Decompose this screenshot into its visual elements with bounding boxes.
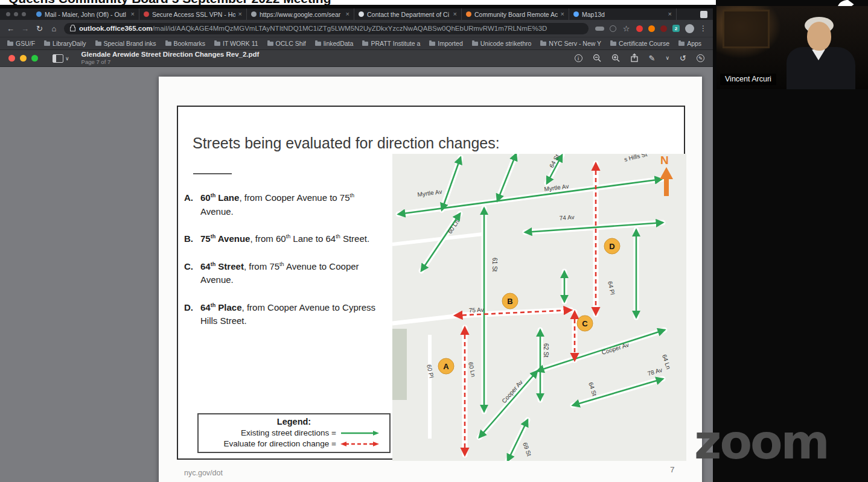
tab-close-icon[interactable]: × — [131, 11, 135, 17]
browser-tab[interactable]: Contact the Department of Ci× — [354, 8, 462, 20]
home-icon[interactable]: ⌂ — [49, 25, 59, 33]
tab-close-icon[interactable]: × — [668, 11, 672, 17]
tab-close-icon[interactable]: × — [453, 11, 457, 17]
bookmark-item[interactable]: Imported — [429, 40, 462, 47]
map-badge-letter: B — [507, 297, 512, 306]
markup-icon[interactable]: ✎ — [697, 54, 704, 62]
map-badge-letter: A — [443, 362, 449, 371]
bookmark-item[interactable]: Bookmarks — [165, 40, 206, 47]
browser-tab[interactable]: Mail - Maier, John (Ofl) - Outl× — [32, 8, 139, 20]
sidebar-toggle-button[interactable]: ∨ — [53, 54, 69, 63]
street-item-text: 60th Lane, from Cooper Avenue to 75th Av… — [200, 191, 389, 218]
browser-menu-icon[interactable]: ⋮ — [700, 24, 707, 33]
street-item: A.60th Lane, from Cooper Avenue to 75th … — [184, 191, 393, 218]
forward-icon[interactable]: → — [21, 25, 30, 33]
tab-close-icon[interactable]: × — [238, 11, 242, 17]
street-item-letter: D. — [184, 301, 200, 328]
bookmark-item[interactable]: NYC Serv - New Y — [540, 40, 601, 47]
tabs: Mail - Maier, John (Ofl) - Outl×Secure A… — [32, 8, 695, 20]
street-item-text: 64th Place, from Cooper Avenue to Cypres… — [200, 301, 389, 328]
browser-tab[interactable]: Community Board Remote Acc× — [462, 8, 569, 20]
bookmark-item[interactable]: Special Brand inks — [95, 40, 156, 47]
url-domain: outlook.office365.com — [79, 25, 152, 32]
screen: Queens Community Board 5 September 2022 … — [0, 0, 868, 482]
participant-face — [807, 22, 831, 51]
participant-name-tag: Vincent Arcuri — [720, 74, 776, 85]
browser-tab[interactable]: Map13d× — [569, 8, 677, 20]
share-export-icon[interactable] — [630, 53, 639, 63]
folder-icon — [362, 42, 368, 46]
pdf-toolbar: ∨ Glendale Arewide Street Direction Chan… — [0, 49, 713, 67]
street-item-letter: C. — [184, 260, 200, 287]
zoom-window-button[interactable] — [31, 55, 38, 62]
url-field[interactable]: outlook.office365.com/mail/id/AAQkAGE4Mm… — [64, 23, 589, 34]
bookmark-label: PRATT Institute a — [371, 40, 420, 47]
bookmark-item[interactable]: PRATT Institute a — [362, 40, 420, 47]
bookmark-item[interactable]: Apps — [678, 40, 701, 47]
street-item-text: 64th Street, from 75th Avenue to Cooper … — [200, 260, 389, 287]
folder-icon — [7, 42, 13, 46]
browser-window: Mail - Maier, John (Ofl) - Outl×Secure A… — [0, 8, 713, 482]
map-street-label: 61 St — [491, 258, 498, 272]
bookmark-item[interactable]: IT WORK 11 — [214, 40, 258, 47]
tab-favicon-icon — [251, 11, 257, 17]
street-item: B.75th Avenue, from 60th Lane to 64th St… — [184, 232, 393, 246]
browser-tab[interactable]: https://www.google.com/sear× — [247, 8, 354, 20]
tab-favicon-icon — [36, 11, 42, 17]
reload-icon[interactable]: ↻ — [35, 25, 44, 33]
extension-icon-teal[interactable]: 2 — [672, 25, 680, 32]
map-badge-letter: C — [582, 319, 588, 328]
participant-video[interactable]: Vincent Arcuri — [716, 6, 868, 89]
minimize-window-button[interactable] — [20, 55, 27, 62]
extension-icon-red[interactable] — [636, 25, 643, 32]
street-item: D.64th Place, from Cooper Avenue to Cypr… — [184, 301, 393, 328]
picture-frame — [723, 10, 770, 48]
highlight-icon[interactable]: ✎ — [649, 54, 656, 62]
street-item-letter: B. — [184, 232, 200, 246]
bookmark-item[interactable]: Unicode strikethro — [472, 40, 532, 47]
map-street-label: 75 Av — [469, 306, 484, 314]
back-icon[interactable]: ← — [6, 25, 15, 33]
lock-icon — [70, 23, 75, 34]
browser-tab[interactable]: Secure Access SSL VPN - Ho× — [139, 8, 247, 20]
street-map: Myrtle AvMyrtle Av74 Av60 Ln61 St64 Sts … — [392, 154, 686, 461]
bookmark-label: Imported — [438, 40, 462, 47]
zoom-in-icon[interactable] — [611, 54, 620, 63]
bookmark-item[interactable]: OCLC Shif — [267, 40, 306, 47]
bookmark-item[interactable]: GSU/F — [7, 40, 35, 47]
legend-evaluate-arrow — [340, 441, 380, 447]
street-item-text: 75th Avenue, from 60th Lane to 64th Stre… — [200, 232, 389, 246]
sidebar-icon — [53, 54, 63, 63]
new-tab-button[interactable] — [700, 11, 707, 18]
bookmark-item[interactable]: LibraryDaily — [44, 40, 86, 47]
tab-label: Contact the Department of Ci — [367, 11, 450, 18]
bookmark-label: Special Brand inks — [104, 40, 156, 47]
tab-close-icon[interactable]: × — [346, 11, 349, 17]
profile-avatar[interactable] — [685, 24, 694, 33]
folder-icon — [267, 42, 273, 46]
tab-label: Map13d — [582, 11, 665, 18]
street-item-letter: A. — [184, 191, 200, 218]
legend-evaluate-label: Evaluate for direction change = — [224, 439, 337, 448]
tab-label: Secure Access SSL VPN - Ho — [152, 11, 235, 18]
extension-icon-orange[interactable] — [648, 25, 655, 32]
url-text: outlook.office365.com/mail/id/AAQkAGE4Mm… — [79, 25, 547, 32]
bookmark-star-icon[interactable]: ☆ — [622, 25, 631, 33]
zoom-out-icon[interactable] — [593, 54, 601, 63]
tab-close-icon[interactable]: × — [561, 11, 564, 17]
bookmark-item[interactable]: linkedData — [315, 40, 354, 47]
close-window-button[interactable] — [8, 55, 15, 62]
reader-mode-icon[interactable] — [595, 27, 604, 31]
folder-icon — [44, 42, 50, 46]
info-icon[interactable]: i — [575, 54, 582, 62]
pdf-toolbar-icons: i ✎ ∨ ↺ ✎ — [575, 53, 704, 63]
folder-icon — [540, 42, 546, 46]
translate-icon[interactable] — [610, 25, 616, 32]
highlight-chevron-icon[interactable]: ∨ — [666, 55, 670, 61]
rotate-icon[interactable]: ↺ — [680, 54, 686, 62]
pdf-content-area[interactable]: Streets being evaluated for direction ch… — [0, 67, 713, 482]
legend-row-existing: Existing street directions = — [199, 428, 389, 437]
window-controls[interactable] — [0, 12, 32, 16]
extension-icon-darkred[interactable] — [660, 25, 667, 32]
bookmark-item[interactable]: Certificate Course — [610, 40, 669, 47]
